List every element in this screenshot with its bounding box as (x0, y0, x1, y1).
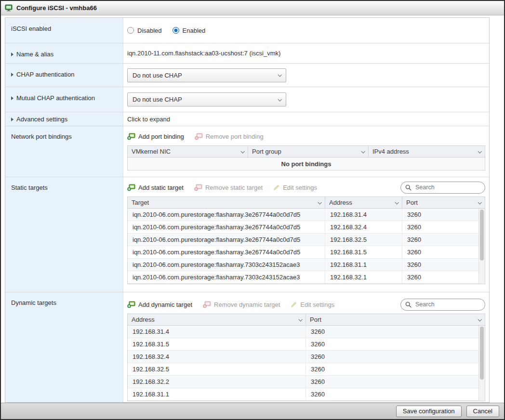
chevron-down-icon[interactable] (361, 149, 365, 153)
scrollbar-thumb[interactable] (480, 327, 484, 380)
button-label: Remove port binding (206, 133, 264, 140)
column-header-port[interactable]: Port (306, 314, 485, 325)
remove-dynamic-target-button[interactable]: Remove dynamic target (203, 301, 280, 308)
chevron-down-icon[interactable] (298, 317, 302, 321)
chevron-down-icon[interactable] (478, 149, 481, 153)
dialog-footer: Save configuration Cancel (1, 403, 504, 419)
mutual-chap-authentication-select[interactable]: Do not use CHAP (127, 92, 286, 106)
column-header-label: Port (310, 316, 321, 323)
port-bindings-table-header: VMkernel NIC Port group IPv4 address (128, 146, 485, 158)
static-targets-search[interactable] (400, 182, 485, 194)
field-label: Dynamic targets (11, 299, 56, 306)
remove-port-binding-button[interactable]: Remove port binding (195, 133, 264, 140)
table-cell: 3260 (306, 363, 478, 375)
chap-authentication-select[interactable]: Do not use CHAP (127, 68, 286, 82)
edit-settings-button[interactable]: Edit settings (291, 301, 334, 308)
field-label: Static targets (11, 184, 48, 191)
column-header-port[interactable]: Port (402, 197, 485, 208)
save-configuration-button[interactable]: Save configuration (396, 406, 462, 417)
table-row[interactable]: iqn.2010-06.com.purestorage:flasharray.7… (128, 259, 478, 271)
table-cell: 192.168.32.1 (325, 271, 402, 283)
dialog-title: Configure iSCSI - vmhba66 (16, 4, 97, 12)
field-label: Name & alias (16, 51, 53, 58)
iscsi-enabled-value-cell: Disabled Enabled (123, 18, 489, 43)
chevron-down-icon[interactable] (318, 200, 321, 204)
table-cell: 3260 (402, 209, 478, 221)
scrollbar-thumb[interactable] (480, 210, 484, 261)
table-row[interactable]: 192.168.31.13260 (128, 388, 478, 401)
table-cell: 192.168.31.5 (325, 246, 402, 258)
column-header-target[interactable]: Target (128, 197, 325, 208)
add-port-binding-button[interactable]: Add port binding (127, 133, 184, 140)
chevron-down-icon[interactable] (478, 200, 481, 204)
chap-label-cell: CHAP authentication (5, 64, 123, 87)
table-cell: 192.168.32.2 (128, 376, 306, 388)
table-row[interactable]: iqn.2010-06.com.purestorage:flasharray.3… (128, 209, 478, 221)
table-cell: 192.168.31.1 (128, 388, 306, 400)
table-cell: iqn.2010-06.com.purestorage:flasharray.7… (128, 259, 325, 271)
static-targets-label-cell: Static targets (5, 177, 123, 292)
mutual-chap-label-cell: Mutual CHAP authentication (5, 87, 123, 112)
chevron-down-icon[interactable] (240, 149, 244, 153)
table-cell: 3260 (402, 271, 478, 283)
static-targets-table-header: Target Address Port (128, 197, 485, 209)
row-static-targets: Static targets (5, 177, 489, 292)
mutual-chap-value-cell: Do not use CHAP (123, 87, 489, 112)
table-cell: 3260 (402, 234, 478, 246)
table-cell: 192.168.32.4 (325, 221, 402, 233)
port-bindings-toolbar: Add port binding Rem (127, 130, 489, 143)
advanced-value-cell: Click to expand (123, 112, 489, 126)
chevron-down-icon[interactable] (395, 200, 399, 204)
table-cell: 192.168.32.4 (128, 351, 306, 363)
row-dynamic-targets: Dynamic targets (5, 292, 489, 402)
column-header-label: Port (406, 199, 418, 206)
dynamic-targets-search[interactable] (400, 299, 485, 311)
table-row[interactable]: 192.168.31.43260 (128, 326, 478, 338)
table-row[interactable]: iqn.2010-06.com.purestorage:flasharray.3… (128, 234, 478, 246)
field-label: Network port bindings (11, 133, 72, 140)
column-header-address[interactable]: Address (325, 197, 402, 208)
edit-settings-button[interactable]: Edit settings (273, 184, 317, 191)
radio-option-disabled[interactable]: Disabled (127, 27, 162, 34)
table-row[interactable]: 192.168.31.53260 (128, 338, 478, 351)
select-value: Do not use CHAP (133, 96, 182, 103)
table-row[interactable]: 192.168.32.43260 (128, 351, 478, 363)
chevron-down-icon (278, 97, 281, 101)
dynamic-targets-label-cell: Dynamic targets (5, 292, 123, 402)
vertical-scrollbar[interactable] (478, 209, 485, 284)
dialog-titlebar[interactable]: Configure iSCSI - vmhba66 (1, 1, 504, 15)
button-label: Add port binding (138, 133, 184, 140)
field-label: CHAP authentication (16, 71, 74, 78)
row-mutual-chap-authentication: Mutual CHAP authentication Do not use CH… (5, 87, 489, 112)
radio-option-enabled[interactable]: Enabled (173, 27, 206, 34)
table-row[interactable]: 192.168.32.53260 (128, 363, 478, 376)
column-header-ipv4-address[interactable]: IPv4 address (369, 146, 485, 157)
chevron-down-icon[interactable] (478, 317, 481, 321)
column-header-port-group[interactable]: Port group (248, 146, 369, 157)
expand-arrow-icon[interactable] (11, 73, 13, 77)
column-header-label: Address (132, 316, 155, 323)
add-static-target-button[interactable]: Add static target (127, 184, 184, 191)
port-bindings-table: VMkernel NIC Port group IPv4 address (127, 145, 485, 171)
expand-arrow-icon[interactable] (11, 118, 13, 121)
table-row[interactable]: iqn.2010-06.com.purestorage:flasharray.3… (128, 246, 478, 259)
cancel-button[interactable]: Cancel (466, 406, 499, 417)
vertical-scrollbar[interactable] (478, 326, 485, 401)
table-row[interactable]: iqn.2010-06.com.purestorage:flasharray.3… (128, 221, 478, 234)
advanced-settings-expander[interactable]: Click to expand (127, 116, 170, 123)
table-row[interactable]: iqn.2010-06.com.purestorage:flasharray.7… (128, 271, 478, 284)
remove-static-target-button[interactable]: Remove static target (194, 184, 263, 191)
column-header-address[interactable]: Address (128, 314, 306, 325)
dynamic-targets-table: Address Port 192.168 (127, 314, 485, 401)
table-cell: 192.168.31.5 (128, 338, 306, 350)
column-header-vmkernel-nic[interactable]: VMkernel NIC (128, 146, 248, 157)
static-targets-toolbar: Add static target Re (127, 181, 489, 194)
search-input[interactable] (414, 184, 480, 191)
expand-arrow-icon[interactable] (11, 96, 13, 100)
table-row[interactable]: 192.168.32.23260 (128, 376, 478, 388)
table-cell: 3260 (402, 221, 478, 233)
row-name-alias: Name & alias iqn.2010-11.com.flashstack:… (5, 43, 489, 64)
expand-arrow-icon[interactable] (11, 52, 13, 56)
search-input[interactable] (414, 301, 480, 308)
add-dynamic-target-button[interactable]: Add dynamic target (127, 301, 192, 308)
